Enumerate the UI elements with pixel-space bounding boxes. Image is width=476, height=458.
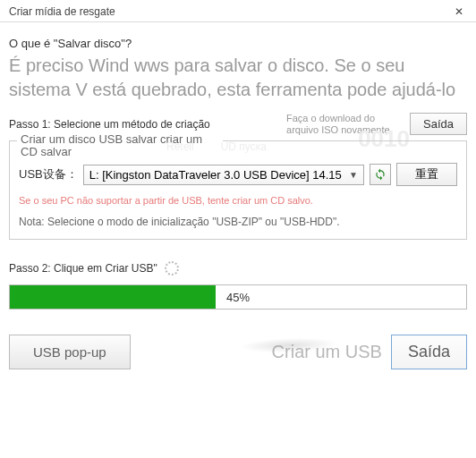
usb-device-label: USB设备： [19,166,78,182]
exit-button-top[interactable]: Saída [410,113,467,135]
refresh-button[interactable] [370,164,391,185]
progress-bar: 45% [9,284,467,310]
spinner-icon [165,261,179,276]
boot-mode-note: Nota: Selecione o modo de inicialização … [19,216,457,228]
fieldset-legend: Criar um disco USB salvar criar um CD sa… [17,133,223,159]
create-usb-label: Criar um USB [272,342,382,362]
reset-button[interactable]: 重置 [396,163,457,186]
usb-popup-button[interactable]: USB pop-up [9,335,131,369]
usb-warning: Se o seu PC não suportar a partir de USB… [19,195,359,207]
whatis-link[interactable]: O que é "Salvar disco"? [9,37,467,50]
usb-device-select[interactable]: L: [Kingston DataTraveler 3.0 USB Device… [83,165,364,185]
chevron-down-icon: ▼ [349,170,358,180]
usb-selected-value: L: [Kingston DataTraveler 3.0 USB Device… [89,168,342,182]
step1-label: Passo 1: Selecione um método de criação [9,118,210,131]
iso-download-link[interactable]: Faça o download do arquivo ISO novamente [286,113,403,134]
titlebar: Criar mídia de resgate ✕ [0,0,476,22]
step2-label: Passo 2: Clique em Criar USB" [9,262,157,275]
method-fieldset: Criar um disco USB salvar criar um CD sa… [9,140,467,240]
description-text: É preciso Wind wws para salvar o disco. … [9,54,467,102]
refresh-icon [374,168,387,181]
exit-button-bottom[interactable]: Saída [391,335,467,369]
progress-text: 45% [10,285,466,309]
close-icon[interactable]: ✕ [449,5,469,18]
window-title: Criar mídia de resgate [9,5,115,18]
